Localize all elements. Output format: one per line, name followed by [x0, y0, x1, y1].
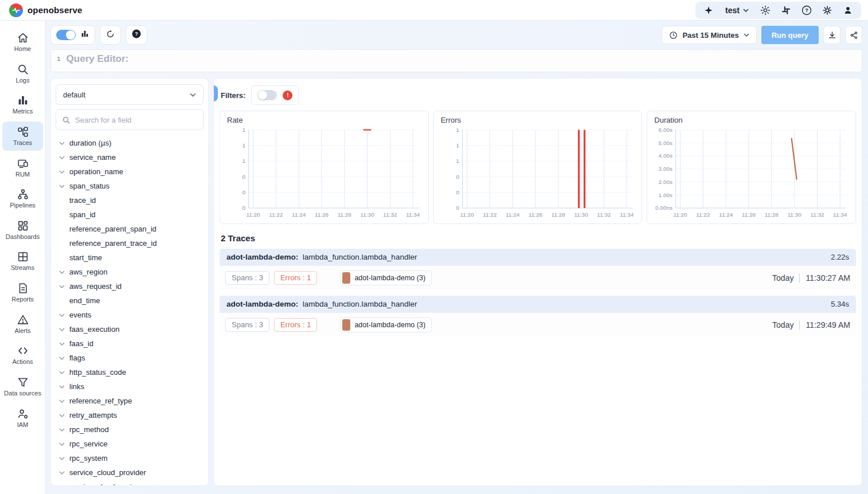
svg-text:11:30: 11:30 [574, 211, 588, 218]
sidebar-item-label: Streams [11, 264, 34, 272]
field-item[interactable]: rpc_system [56, 451, 204, 465]
chevron-down-icon [743, 9, 749, 12]
code-icon [17, 344, 29, 357]
svg-text:11:32: 11:32 [811, 211, 825, 218]
field-item[interactable]: service_name [56, 150, 204, 164]
sidebar-item-streams[interactable]: Streams [2, 246, 43, 276]
sidebar-item-pipelines[interactable]: Pipelines [2, 184, 43, 213]
field-item[interactable]: flags [56, 351, 204, 365]
sidebar-item-dashboards[interactable]: Dashboards [2, 215, 43, 245]
sidebar-item-alerts[interactable]: Alerts [2, 309, 43, 339]
sidebar-item-actions[interactable]: Actions [2, 340, 43, 370]
field-item[interactable]: operation_name [56, 164, 204, 179]
field-item[interactable]: end_time [56, 293, 204, 308]
field-item[interactable]: rpc_service [56, 437, 204, 451]
trace-body: Spans : 3Errors : 1adot-lambda-demo (3)T… [220, 313, 856, 337]
sidebar-item-traces[interactable]: Traces [2, 121, 43, 151]
run-query-button[interactable]: Run query [761, 26, 819, 44]
svg-text:11:26: 11:26 [315, 211, 329, 218]
field-item[interactable]: retry_attempts [56, 408, 204, 422]
sql-mode-toggle[interactable] [56, 30, 76, 40]
refresh-icon[interactable] [105, 29, 115, 41]
field-search-input[interactable] [75, 116, 197, 124]
chevron-down-icon [58, 442, 66, 446]
chevron-down-icon [58, 414, 66, 417]
field-item[interactable]: faas_execution [56, 322, 204, 336]
field-item[interactable]: span_id [56, 207, 204, 222]
field-item[interactable]: aws_region [56, 265, 204, 279]
download-button[interactable] [823, 26, 840, 44]
collapse-fields-button[interactable]: ‹ [213, 85, 218, 101]
query-help-icon[interactable]: ? [131, 29, 142, 41]
sparkle-icon[interactable] [702, 4, 715, 17]
chevron-down-icon [58, 328, 66, 331]
chevron-down-icon [190, 93, 196, 97]
sun-icon[interactable] [759, 4, 772, 17]
field-item[interactable]: rpc_method [56, 422, 204, 437]
field-item[interactable]: reference_parent_span_id [56, 222, 204, 236]
field-item[interactable]: trace_id [56, 193, 204, 207]
sidebar-item-label: Pipelines [10, 202, 36, 209]
help-icon[interactable]: ? [800, 4, 813, 17]
sidebar-item-iam[interactable]: IAM [2, 403, 43, 433]
field-item[interactable]: http_status_code [56, 365, 204, 379]
field-label: operation_name [69, 167, 123, 176]
trace-time: 11:30:27 AM [806, 273, 850, 283]
sidebar-item-rum[interactable]: RUM [2, 153, 43, 182]
errors-chip: Errors : 1 [274, 318, 317, 332]
sidebar-item-metrics[interactable]: Metrics [2, 90, 43, 119]
chevron-down-icon [744, 33, 749, 37]
time-range-picker[interactable]: Past 15 Minutes [662, 26, 756, 44]
query-editor[interactable]: 1 Query Editor: [50, 49, 862, 72]
trace-row[interactable]: adot-lambda-demo: lambda_function.lambda… [220, 249, 856, 290]
stream-select[interactable]: default [56, 84, 204, 105]
gear-icon[interactable] [821, 4, 834, 17]
user-icon[interactable] [842, 4, 854, 17]
filters-toggle[interactable] [257, 90, 277, 100]
field-item[interactable]: links [56, 379, 204, 394]
field-label: duration (µs) [69, 139, 111, 147]
sidebar-item-home[interactable]: Home [2, 28, 43, 57]
field-item[interactable]: faas_id [56, 336, 204, 351]
filters-error-icon[interactable]: ! [283, 91, 292, 100]
sidebar-item-label: Data sources [4, 390, 41, 397]
svg-text:1: 1 [242, 142, 245, 148]
sidebar-item-label: Alerts [14, 327, 30, 335]
trace-list: adot-lambda-demo: lambda_function.lambda… [220, 249, 856, 337]
field-label: span_status [69, 182, 110, 190]
trace-date: Today [772, 320, 793, 330]
query-toolbar: ? Past 15 Minutes Run query [50, 25, 862, 45]
field-item[interactable]: service_cloud_region [56, 480, 204, 486]
sidebar-item-logs[interactable]: Logs [2, 59, 43, 88]
histogram-toggle-icon[interactable] [80, 29, 89, 41]
search-icon [62, 116, 71, 124]
svg-text:4.00s: 4.00s [659, 152, 672, 159]
field-label: service_cloud_provider [69, 468, 146, 477]
slack-icon[interactable] [780, 4, 792, 17]
trace-time: 11:29:49 AM [806, 320, 850, 330]
fields-panel: default duration (µs)service_nameoperati… [50, 78, 209, 486]
field-item[interactable]: reference_ref_type [56, 394, 204, 408]
trace-duration: 5.34s [831, 300, 849, 308]
svg-text:11:20: 11:20 [674, 211, 688, 218]
field-label: flags [69, 354, 85, 362]
field-item[interactable]: reference_parent_trace_id [56, 236, 204, 250]
share-button[interactable] [845, 26, 862, 44]
field-label: end_time [69, 296, 100, 305]
field-item[interactable]: aws_request_id [56, 279, 204, 293]
field-item[interactable]: start_time [56, 250, 204, 265]
duration-chart: 11:2011:2211:2411:2611:2811:3011:3211:34… [651, 126, 852, 222]
field-item[interactable]: duration (µs) [56, 136, 204, 150]
filters-label: Filters: [221, 91, 245, 100]
sidebar-item-reports[interactable]: Reports [2, 278, 43, 307]
svg-text:0: 0 [456, 205, 459, 211]
chevron-down-icon [58, 428, 66, 432]
field-item[interactable]: service_cloud_provider [56, 465, 204, 480]
sidebar-item-label: Dashboards [6, 233, 40, 241]
trace-row[interactable]: adot-lambda-demo: lambda_function.lambda… [220, 296, 856, 337]
org-selector[interactable]: test [723, 6, 751, 15]
field-item[interactable]: events [56, 308, 204, 322]
sidebar-item-data-sources[interactable]: Data sources [2, 372, 43, 401]
field-label: reference_parent_span_id [69, 225, 157, 233]
field-item[interactable]: span_status [56, 179, 204, 193]
